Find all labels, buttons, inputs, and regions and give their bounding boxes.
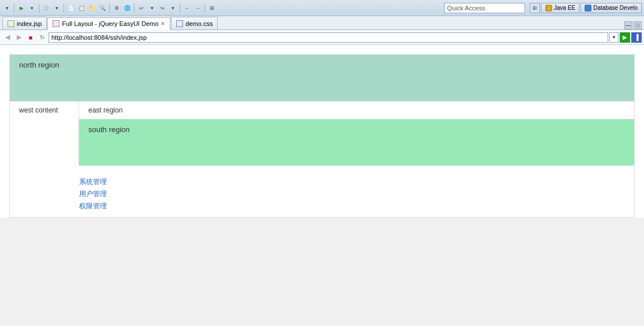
java-ee-perspective-button[interactable]: J Java EE: [541, 3, 579, 13]
file-icon[interactable]: 📄: [66, 3, 76, 13]
build-dropdown-icon[interactable]: ▾: [52, 3, 61, 13]
link-permission-admin[interactable]: 权限管理: [79, 201, 634, 211]
west-region-text: west content: [19, 106, 58, 114]
stop-button[interactable]: ■: [25, 32, 36, 43]
folder-icon[interactable]: 📁: [87, 3, 96, 13]
nav1-icon[interactable]: ↩: [137, 3, 146, 13]
tool2-icon[interactable]: 🌐: [122, 3, 132, 13]
back-icon[interactable]: ←: [183, 3, 192, 13]
tab-bar: index.jsp Full Layout - jQuery EasyUI De…: [0, 16, 644, 30]
file2-icon[interactable]: 📋: [77, 3, 86, 13]
menu-icon[interactable]: ▾: [2, 3, 12, 13]
tab-label: demo.css: [185, 20, 213, 27]
west-region: west content: [10, 102, 79, 166]
north-region-text: north region: [19, 61, 59, 69]
link-area: 系统管理 用户管理 权限管理: [10, 166, 634, 217]
east-region: east region: [79, 102, 634, 119]
run-dropdown-icon[interactable]: ▾: [27, 3, 36, 13]
forward-nav-button[interactable]: ▶: [14, 32, 24, 43]
south-region: south region: [79, 119, 634, 166]
maximize-button[interactable]: □: [634, 21, 642, 29]
nav1d-icon[interactable]: ▾: [147, 3, 157, 13]
south-region-text: south region: [88, 125, 130, 134]
misc-icon[interactable]: ⊞: [207, 3, 217, 13]
database-perspective-button[interactable]: Database Develo: [580, 3, 642, 13]
tab-label: index.jsp: [17, 20, 42, 27]
minimize-button[interactable]: —: [624, 21, 632, 29]
css-file-icon: [176, 20, 183, 27]
tool1-icon[interactable]: ⚙: [112, 3, 121, 13]
link-user-admin[interactable]: 用户管理: [79, 189, 634, 199]
toolbar-icons: ▾ ▶ ▾ ⬡ ▾ 📄 📋 📁 🔍 ⚙ 🌐 ↩ ▾ ↪ ▾ ← → ⊞: [2, 3, 444, 13]
nav2d-icon[interactable]: ▾: [168, 3, 177, 13]
north-region: north region: [10, 55, 634, 101]
address-dropdown-button[interactable]: ▾: [609, 32, 619, 43]
perspective-buttons: ⊞ J Java EE Database Develo: [530, 3, 642, 13]
tab-controls: — □: [624, 21, 644, 29]
open-perspective-icon[interactable]: ⊞: [530, 3, 540, 13]
east-region-text: east region: [88, 106, 122, 114]
nav2-icon[interactable]: ↪: [158, 3, 167, 13]
address-bar: ◀ ▶ ■ ↻ ▾ ▶ ▐: [0, 30, 644, 45]
java-ee-icon: J: [545, 5, 552, 12]
link-system-admin[interactable]: 系统管理: [79, 177, 634, 187]
refresh-button[interactable]: ↻: [37, 32, 47, 43]
tab-close-button[interactable]: ✕: [161, 21, 165, 27]
database-icon: [585, 5, 591, 12]
quick-access-area: ⊞ J Java EE Database Develo: [444, 3, 642, 13]
address-input[interactable]: [49, 32, 608, 43]
forward-icon[interactable]: →: [193, 3, 202, 13]
search-icon[interactable]: 🔍: [98, 3, 107, 13]
jsp-file-icon: [8, 20, 14, 27]
build-icon[interactable]: ⬡: [42, 3, 51, 13]
html-file-icon: [53, 20, 59, 27]
browser-content: north region west content east region so…: [9, 54, 635, 218]
back-nav-button[interactable]: ◀: [2, 32, 13, 43]
quick-access-input[interactable]: [444, 3, 525, 13]
tab-demo-css[interactable]: demo.css: [171, 17, 218, 29]
tab-index-jsp[interactable]: index.jsp: [2, 17, 47, 29]
center-east-area: east region south region: [79, 102, 634, 166]
middle-area: west content east region south region: [10, 101, 634, 166]
go-button[interactable]: ▶: [620, 32, 630, 43]
side-panel-button[interactable]: ▐: [631, 32, 642, 43]
tab-label: Full Layout - jQuery EasyUI Demo: [62, 20, 158, 27]
ide-toolbar: ▾ ▶ ▾ ⬡ ▾ 📄 📋 📁 🔍 ⚙ 🌐 ↩ ▾ ↪ ▾ ← → ⊞ ⊞ J …: [0, 0, 644, 16]
run-icon[interactable]: ▶: [17, 3, 26, 13]
tab-full-layout[interactable]: Full Layout - jQuery EasyUI Demo ✕: [47, 17, 170, 30]
